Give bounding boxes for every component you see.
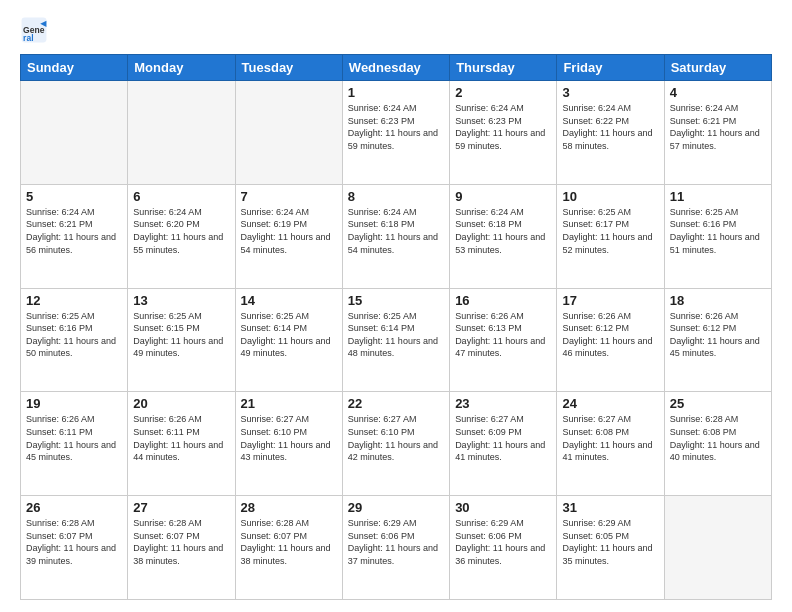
calendar-cell: 12Sunrise: 6:25 AMSunset: 6:16 PMDayligh… bbox=[21, 288, 128, 392]
calendar-cell: 19Sunrise: 6:26 AMSunset: 6:11 PMDayligh… bbox=[21, 392, 128, 496]
day-number: 2 bbox=[455, 85, 551, 100]
calendar-table: SundayMondayTuesdayWednesdayThursdayFrid… bbox=[20, 54, 772, 600]
day-number: 8 bbox=[348, 189, 444, 204]
day-number: 31 bbox=[562, 500, 658, 515]
day-number: 5 bbox=[26, 189, 122, 204]
day-info: Sunrise: 6:28 AMSunset: 6:07 PMDaylight:… bbox=[26, 517, 122, 567]
day-info: Sunrise: 6:26 AMSunset: 6:13 PMDaylight:… bbox=[455, 310, 551, 360]
day-of-week-saturday: Saturday bbox=[664, 55, 771, 81]
day-number: 30 bbox=[455, 500, 551, 515]
day-number: 6 bbox=[133, 189, 229, 204]
calendar-cell: 7Sunrise: 6:24 AMSunset: 6:19 PMDaylight… bbox=[235, 184, 342, 288]
day-number: 4 bbox=[670, 85, 766, 100]
calendar-cell bbox=[664, 496, 771, 600]
day-number: 21 bbox=[241, 396, 337, 411]
calendar-cell: 23Sunrise: 6:27 AMSunset: 6:09 PMDayligh… bbox=[450, 392, 557, 496]
calendar-cell: 27Sunrise: 6:28 AMSunset: 6:07 PMDayligh… bbox=[128, 496, 235, 600]
day-of-week-tuesday: Tuesday bbox=[235, 55, 342, 81]
day-info: Sunrise: 6:24 AMSunset: 6:20 PMDaylight:… bbox=[133, 206, 229, 256]
day-number: 13 bbox=[133, 293, 229, 308]
day-info: Sunrise: 6:26 AMSunset: 6:11 PMDaylight:… bbox=[133, 413, 229, 463]
calendar-cell: 8Sunrise: 6:24 AMSunset: 6:18 PMDaylight… bbox=[342, 184, 449, 288]
day-info: Sunrise: 6:26 AMSunset: 6:12 PMDaylight:… bbox=[670, 310, 766, 360]
calendar-cell: 3Sunrise: 6:24 AMSunset: 6:22 PMDaylight… bbox=[557, 81, 664, 185]
day-number: 24 bbox=[562, 396, 658, 411]
day-number: 3 bbox=[562, 85, 658, 100]
day-info: Sunrise: 6:24 AMSunset: 6:18 PMDaylight:… bbox=[455, 206, 551, 256]
day-info: Sunrise: 6:25 AMSunset: 6:15 PMDaylight:… bbox=[133, 310, 229, 360]
calendar-cell: 31Sunrise: 6:29 AMSunset: 6:05 PMDayligh… bbox=[557, 496, 664, 600]
calendar-cell: 18Sunrise: 6:26 AMSunset: 6:12 PMDayligh… bbox=[664, 288, 771, 392]
calendar-cell: 29Sunrise: 6:29 AMSunset: 6:06 PMDayligh… bbox=[342, 496, 449, 600]
day-of-week-wednesday: Wednesday bbox=[342, 55, 449, 81]
calendar-header-row: SundayMondayTuesdayWednesdayThursdayFrid… bbox=[21, 55, 772, 81]
calendar-cell: 16Sunrise: 6:26 AMSunset: 6:13 PMDayligh… bbox=[450, 288, 557, 392]
day-number: 25 bbox=[670, 396, 766, 411]
day-info: Sunrise: 6:24 AMSunset: 6:23 PMDaylight:… bbox=[455, 102, 551, 152]
day-number: 19 bbox=[26, 396, 122, 411]
day-info: Sunrise: 6:24 AMSunset: 6:21 PMDaylight:… bbox=[26, 206, 122, 256]
day-info: Sunrise: 6:25 AMSunset: 6:14 PMDaylight:… bbox=[241, 310, 337, 360]
day-of-week-thursday: Thursday bbox=[450, 55, 557, 81]
day-info: Sunrise: 6:26 AMSunset: 6:11 PMDaylight:… bbox=[26, 413, 122, 463]
day-number: 12 bbox=[26, 293, 122, 308]
day-number: 14 bbox=[241, 293, 337, 308]
calendar-week-row: 19Sunrise: 6:26 AMSunset: 6:11 PMDayligh… bbox=[21, 392, 772, 496]
calendar-cell: 1Sunrise: 6:24 AMSunset: 6:23 PMDaylight… bbox=[342, 81, 449, 185]
day-number: 27 bbox=[133, 500, 229, 515]
day-info: Sunrise: 6:28 AMSunset: 6:07 PMDaylight:… bbox=[241, 517, 337, 567]
day-info: Sunrise: 6:25 AMSunset: 6:16 PMDaylight:… bbox=[670, 206, 766, 256]
calendar-cell: 2Sunrise: 6:24 AMSunset: 6:23 PMDaylight… bbox=[450, 81, 557, 185]
svg-text:ral: ral bbox=[23, 33, 33, 43]
calendar-cell: 13Sunrise: 6:25 AMSunset: 6:15 PMDayligh… bbox=[128, 288, 235, 392]
calendar-cell: 28Sunrise: 6:28 AMSunset: 6:07 PMDayligh… bbox=[235, 496, 342, 600]
logo-icon: Gene ral bbox=[20, 16, 48, 44]
day-number: 10 bbox=[562, 189, 658, 204]
calendar-week-row: 5Sunrise: 6:24 AMSunset: 6:21 PMDaylight… bbox=[21, 184, 772, 288]
calendar-week-row: 12Sunrise: 6:25 AMSunset: 6:16 PMDayligh… bbox=[21, 288, 772, 392]
calendar-cell: 11Sunrise: 6:25 AMSunset: 6:16 PMDayligh… bbox=[664, 184, 771, 288]
day-info: Sunrise: 6:24 AMSunset: 6:18 PMDaylight:… bbox=[348, 206, 444, 256]
calendar-cell: 21Sunrise: 6:27 AMSunset: 6:10 PMDayligh… bbox=[235, 392, 342, 496]
day-info: Sunrise: 6:24 AMSunset: 6:22 PMDaylight:… bbox=[562, 102, 658, 152]
day-number: 23 bbox=[455, 396, 551, 411]
calendar-cell: 4Sunrise: 6:24 AMSunset: 6:21 PMDaylight… bbox=[664, 81, 771, 185]
calendar-cell bbox=[128, 81, 235, 185]
calendar-cell: 15Sunrise: 6:25 AMSunset: 6:14 PMDayligh… bbox=[342, 288, 449, 392]
day-info: Sunrise: 6:27 AMSunset: 6:09 PMDaylight:… bbox=[455, 413, 551, 463]
calendar-week-row: 1Sunrise: 6:24 AMSunset: 6:23 PMDaylight… bbox=[21, 81, 772, 185]
calendar-week-row: 26Sunrise: 6:28 AMSunset: 6:07 PMDayligh… bbox=[21, 496, 772, 600]
day-info: Sunrise: 6:25 AMSunset: 6:17 PMDaylight:… bbox=[562, 206, 658, 256]
day-number: 17 bbox=[562, 293, 658, 308]
day-info: Sunrise: 6:27 AMSunset: 6:10 PMDaylight:… bbox=[241, 413, 337, 463]
day-info: Sunrise: 6:29 AMSunset: 6:06 PMDaylight:… bbox=[348, 517, 444, 567]
day-number: 11 bbox=[670, 189, 766, 204]
day-info: Sunrise: 6:26 AMSunset: 6:12 PMDaylight:… bbox=[562, 310, 658, 360]
day-info: Sunrise: 6:24 AMSunset: 6:21 PMDaylight:… bbox=[670, 102, 766, 152]
day-number: 16 bbox=[455, 293, 551, 308]
day-info: Sunrise: 6:24 AMSunset: 6:23 PMDaylight:… bbox=[348, 102, 444, 152]
day-number: 20 bbox=[133, 396, 229, 411]
day-info: Sunrise: 6:29 AMSunset: 6:06 PMDaylight:… bbox=[455, 517, 551, 567]
calendar-cell: 26Sunrise: 6:28 AMSunset: 6:07 PMDayligh… bbox=[21, 496, 128, 600]
day-of-week-friday: Friday bbox=[557, 55, 664, 81]
day-info: Sunrise: 6:25 AMSunset: 6:16 PMDaylight:… bbox=[26, 310, 122, 360]
calendar-cell: 17Sunrise: 6:26 AMSunset: 6:12 PMDayligh… bbox=[557, 288, 664, 392]
calendar-cell: 25Sunrise: 6:28 AMSunset: 6:08 PMDayligh… bbox=[664, 392, 771, 496]
day-info: Sunrise: 6:25 AMSunset: 6:14 PMDaylight:… bbox=[348, 310, 444, 360]
calendar-cell bbox=[235, 81, 342, 185]
calendar-cell: 24Sunrise: 6:27 AMSunset: 6:08 PMDayligh… bbox=[557, 392, 664, 496]
day-of-week-monday: Monday bbox=[128, 55, 235, 81]
page: Gene ral SundayMondayTuesdayWednesdayThu… bbox=[0, 0, 792, 612]
calendar-cell: 10Sunrise: 6:25 AMSunset: 6:17 PMDayligh… bbox=[557, 184, 664, 288]
calendar-cell bbox=[21, 81, 128, 185]
calendar-cell: 20Sunrise: 6:26 AMSunset: 6:11 PMDayligh… bbox=[128, 392, 235, 496]
day-number: 7 bbox=[241, 189, 337, 204]
logo: Gene ral bbox=[20, 16, 52, 44]
calendar-cell: 9Sunrise: 6:24 AMSunset: 6:18 PMDaylight… bbox=[450, 184, 557, 288]
day-number: 9 bbox=[455, 189, 551, 204]
day-number: 26 bbox=[26, 500, 122, 515]
calendar-cell: 30Sunrise: 6:29 AMSunset: 6:06 PMDayligh… bbox=[450, 496, 557, 600]
day-number: 29 bbox=[348, 500, 444, 515]
day-number: 18 bbox=[670, 293, 766, 308]
